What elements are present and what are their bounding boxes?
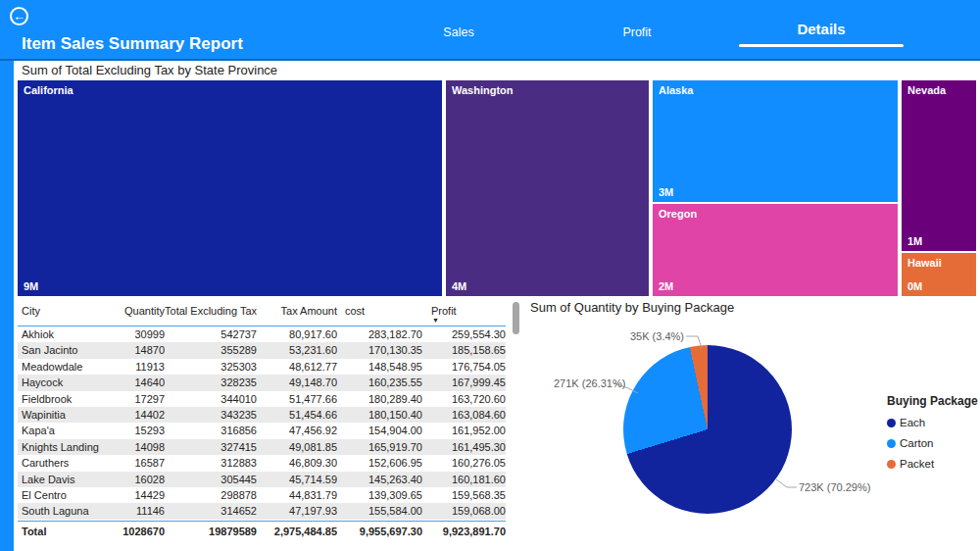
table-cell: Wapinitia [18,407,122,423]
table-cell: 11913 [122,359,165,375]
table-cell: 11146 [122,503,165,519]
table-row[interactable]: Haycock1464032823549,148.70160,235.55167… [18,375,506,390]
table-cell: 180,150.40 [337,407,422,423]
treemap-block-alaska[interactable]: Alaska 3M [653,80,898,202]
table-cell: 48,612.77 [257,359,337,375]
table-row[interactable]: Akhiok3099954273780,917.60283,182.70259,… [18,326,506,342]
legend-dot-carton [887,439,896,448]
tab-details[interactable]: Details [739,21,904,46]
table-cell: 343235 [165,407,257,423]
table-cell: 14098 [122,439,165,455]
legend-item-each[interactable]: Each [887,417,978,428]
table-cell: Haycock [18,375,122,390]
treemap-block-california[interactable]: California 9M [18,80,442,296]
table-scrollbar-thumb[interactable] [513,302,519,334]
pie-label-each: 723K (70.29%) [799,481,870,493]
treemap-block-name: California [24,84,74,96]
treemap-block-oregon[interactable]: Oregon 2M [653,204,898,296]
table-row[interactable]: Fieldbrook1729734401051,477.66180,289.40… [18,391,506,407]
table-row[interactable]: San Jacinto1487035528953,231.60170,130.3… [18,342,506,358]
total-label: Total [18,522,122,538]
treemap-block-name: Alaska [659,84,693,96]
table-cell: 160,235.55 [337,375,422,390]
treemap-block-hawaii[interactable]: Hawaii 0M [902,253,976,296]
table-cell: 355289 [165,342,257,358]
table-cell: 312883 [165,455,257,471]
column-header-total-excluding-tax[interactable]: Total Excluding Tax [165,301,257,318]
table-row[interactable]: Knights Landing1409832741549,081.85165,9… [18,439,506,455]
column-header-profit[interactable]: Profit ▼ [422,301,506,324]
pie-chart[interactable] [623,345,792,514]
table-cell: 165,919.70 [337,439,422,455]
table-cell: 17297 [122,391,165,407]
table-row[interactable]: South Laguna1114631465247,197.93155,584.… [18,503,506,519]
table-cell: 44,831.79 [257,487,337,503]
table-cell: 51,477.66 [257,391,337,407]
treemap-block-name: Oregon [659,208,697,220]
table-cell: El Centro [18,487,122,503]
table-row[interactable]: Meadowdale1191332530348,612.77148,548.95… [18,359,506,375]
table-row[interactable]: Lake Davis1602830544545,714.59145,263.40… [18,472,506,487]
table-cell: 53,231.60 [257,342,337,358]
total-value: 1028670 [122,522,165,538]
table-cell: Akhiok [18,326,122,342]
table-cell: 14429 [122,487,165,503]
table-cell: Kapa'a [18,423,122,438]
table-cell: 305445 [165,472,257,487]
legend-item-carton[interactable]: Carton [887,437,978,449]
table-cell: 46,809.30 [257,455,337,471]
legend-item-packet[interactable]: Packet [887,458,978,470]
treemap-block-name: Nevada [907,84,946,96]
table-cell: 49,148.70 [257,375,337,390]
table-cell: Meadowdale [18,359,122,375]
table-cell: 344010 [165,391,257,407]
table-row[interactable]: Kapa'a1529331685647,456.92154,904.00161,… [18,423,506,438]
total-value: 9,955,697.30 [337,522,422,538]
legend-dot-each [887,419,896,427]
column-header-cost[interactable]: cost [337,301,422,318]
treemap-block-value: 2M [659,280,673,292]
table-cell: 155,584.00 [337,503,422,519]
table-cell: 161,495.30 [422,439,506,455]
table-cell: 327415 [165,439,257,455]
pie-label-packet: 35K (3.4%) [598,330,684,342]
total-value: 2,975,484.85 [257,522,337,538]
table-cell: 14640 [122,375,165,390]
treemap-block-washington[interactable]: Washington 4M [446,80,649,296]
left-accent-stripe [0,61,14,551]
treemap-block-nevada[interactable]: Nevada 1M [902,80,976,251]
table-cell: 16587 [122,455,165,471]
table-cell: 148,548.95 [337,359,422,375]
column-header-tax-amount[interactable]: Tax Amount [257,301,337,318]
active-tab-underline [739,44,904,47]
table-cell: 45,714.59 [257,472,337,487]
table-cell: 259,554.30 [422,326,506,342]
column-header-quantity[interactable]: Quantity [122,301,165,318]
table-row[interactable]: Caruthers1658731288346,809.30152,606.951… [18,455,506,471]
legend-dot-packet [887,460,896,469]
table-cell: 160,276.05 [422,455,506,471]
back-arrow-icon: ← [13,10,25,23]
table-cell: 170,130.35 [337,342,422,358]
table-cell: 185,158.65 [422,342,506,358]
treemap-block-value: 9M [24,280,38,292]
table-cell: 283,182.70 [337,326,422,342]
tab-profit[interactable]: Profit [588,25,686,39]
table-row[interactable]: Wapinitia1440234323551,454.66180,150.401… [18,407,506,423]
page-title: Item Sales Summary Report [22,34,243,54]
table-row[interactable]: El Centro1442929887844,831.79139,309.651… [18,487,506,503]
pie-legend: Buying Package Each Carton Packet [887,394,978,470]
table-cell: 47,197.93 [257,503,337,519]
table-cell: 152,606.95 [337,455,422,471]
table-cell: 15293 [122,423,165,438]
tab-sales-label: Sales [443,25,473,39]
city-sales-table: City Quantity Total Excluding Tax Tax Am… [18,301,506,538]
back-button[interactable]: ← [10,7,28,25]
tab-sales[interactable]: Sales [412,25,506,39]
legend-title: Buying Package [887,394,978,408]
table-cell: 316856 [165,423,257,438]
column-header-city[interactable]: City [18,301,122,318]
table-cell: San Jacinto [18,342,122,358]
total-value: 9,923,891.70 [422,522,506,538]
table-cell: South Laguna [18,503,122,519]
